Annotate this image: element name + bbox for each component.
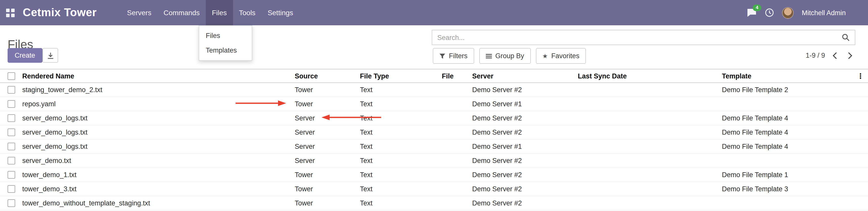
nav-item-settings[interactable]: Settings bbox=[261, 0, 299, 25]
cell-source[interactable]: Tower bbox=[295, 196, 360, 210]
optional-columns-toggle[interactable]: ⋮ bbox=[857, 69, 868, 83]
cell-rendered-name[interactable]: tower_demo_1.txt bbox=[22, 168, 295, 182]
row-checkbox[interactable] bbox=[8, 171, 15, 179]
pager-next-button[interactable] bbox=[844, 50, 855, 61]
row-checkbox[interactable] bbox=[8, 115, 15, 122]
cell-template[interactable]: Demo File Template 1 bbox=[722, 168, 857, 182]
cell-server[interactable]: Demo Server #2 bbox=[472, 168, 578, 182]
nav-item-tools[interactable]: Tools bbox=[233, 0, 261, 25]
apps-grid-icon[interactable] bbox=[6, 8, 15, 17]
cell-server[interactable]: Demo Server #2 bbox=[472, 83, 578, 97]
cell-rendered-name[interactable]: tower_demo_3.txt bbox=[22, 182, 295, 196]
col-header-server[interactable]: Server bbox=[472, 69, 578, 83]
select-all-header[interactable] bbox=[0, 69, 22, 83]
cell-last-sync-date[interactable] bbox=[578, 196, 722, 210]
cell-server[interactable]: Demo Server #2 bbox=[472, 111, 578, 125]
cell-server[interactable]: Demo Server #2 bbox=[472, 125, 578, 140]
pager-previous-button[interactable] bbox=[829, 50, 840, 61]
cell-template[interactable] bbox=[722, 154, 857, 168]
pager-value[interactable]: 1-9 / 9 bbox=[806, 52, 825, 59]
cell-file-type[interactable]: Text bbox=[360, 182, 442, 196]
cell-server[interactable]: Demo Server #2 bbox=[472, 196, 578, 210]
col-header-last-sync-date[interactable]: Last Sync Date bbox=[578, 69, 722, 83]
cell-server[interactable]: Demo Server #2 bbox=[472, 182, 578, 196]
col-header-template[interactable]: Template bbox=[722, 69, 857, 83]
cell-file-type[interactable]: Text bbox=[360, 140, 442, 154]
activity-clock-icon[interactable] bbox=[765, 8, 774, 17]
cell-template[interactable] bbox=[722, 196, 857, 210]
cell-source[interactable]: Tower bbox=[295, 83, 360, 97]
cell-rendered-name[interactable]: repos.yaml bbox=[22, 97, 295, 111]
dropdown-item-templates[interactable]: Templates bbox=[199, 43, 252, 58]
cell-template[interactable]: Demo File Template 4 bbox=[722, 111, 857, 125]
row-checkbox[interactable] bbox=[8, 86, 15, 94]
col-header-file-type[interactable]: File Type bbox=[360, 69, 442, 83]
row-checkbox[interactable] bbox=[8, 143, 15, 151]
cell-template[interactable]: Demo File Template 2 bbox=[722, 83, 857, 97]
cell-source[interactable]: Server bbox=[295, 154, 360, 168]
cell-file-type[interactable]: Text bbox=[360, 196, 442, 210]
cell-source[interactable]: Server bbox=[295, 125, 360, 140]
cell-rendered-name[interactable]: server_demo_logs.txt bbox=[22, 111, 295, 125]
cell-file-type[interactable]: Text bbox=[360, 154, 442, 168]
cell-source[interactable]: Tower bbox=[295, 182, 360, 196]
cell-server[interactable]: Demo Server #2 bbox=[472, 154, 578, 168]
table-row[interactable]: server_demo_logs.txt Server Text Demo Se… bbox=[0, 140, 868, 154]
nav-item-files[interactable]: Files bbox=[206, 0, 233, 25]
cell-file[interactable] bbox=[442, 140, 472, 154]
cell-file[interactable] bbox=[442, 154, 472, 168]
cell-last-sync-date[interactable] bbox=[578, 97, 722, 111]
row-checkbox[interactable] bbox=[8, 185, 15, 193]
cell-file-type[interactable]: Text bbox=[360, 97, 442, 111]
cell-template[interactable]: Demo File Template 3 bbox=[722, 182, 857, 196]
cell-file-type[interactable]: Text bbox=[360, 83, 442, 97]
brand-title[interactable]: Cetmix Tower bbox=[23, 6, 97, 19]
cell-file[interactable] bbox=[442, 168, 472, 182]
cell-rendered-name[interactable]: server_demo_logs.txt bbox=[22, 125, 295, 140]
row-checkbox[interactable] bbox=[8, 100, 15, 108]
cell-last-sync-date[interactable] bbox=[578, 83, 722, 97]
table-row[interactable]: staging_tower_demo_2.txt Tower Text Demo… bbox=[0, 83, 868, 97]
table-row[interactable]: server_demo_logs.txt Server Text Demo Se… bbox=[0, 125, 868, 140]
user-menu[interactable]: Mitchell Admin bbox=[802, 9, 846, 17]
cell-template[interactable] bbox=[722, 97, 857, 111]
cell-file-type[interactable]: Text bbox=[360, 168, 442, 182]
cell-source[interactable]: Tower bbox=[295, 168, 360, 182]
cell-template[interactable]: Demo File Template 4 bbox=[722, 125, 857, 140]
cell-server[interactable]: Demo Server #1 bbox=[472, 97, 578, 111]
user-avatar[interactable] bbox=[782, 7, 794, 19]
col-header-rendered-name[interactable]: Rendered Name bbox=[22, 69, 295, 83]
favorites-button[interactable]: ★ Favorites bbox=[536, 48, 586, 64]
cell-file[interactable] bbox=[442, 83, 472, 97]
create-button[interactable]: Create bbox=[8, 48, 42, 63]
search-input[interactable] bbox=[432, 34, 842, 41]
col-header-file[interactable]: File bbox=[442, 69, 472, 83]
cell-rendered-name[interactable]: server_demo_logs.txt bbox=[22, 140, 295, 154]
cell-last-sync-date[interactable] bbox=[578, 111, 722, 125]
cell-file[interactable] bbox=[442, 111, 472, 125]
cell-template[interactable]: Demo File Template 4 bbox=[722, 140, 857, 154]
table-row[interactable]: tower_demo_3.txt Tower Text Demo Server … bbox=[0, 182, 868, 196]
select-all-checkbox[interactable] bbox=[8, 72, 15, 80]
row-checkbox[interactable] bbox=[8, 129, 15, 137]
cell-last-sync-date[interactable] bbox=[578, 140, 722, 154]
cell-last-sync-date[interactable] bbox=[578, 125, 722, 140]
table-row[interactable]: tower_demo_1.txt Tower Text Demo Server … bbox=[0, 168, 868, 182]
cell-file[interactable] bbox=[442, 182, 472, 196]
cell-source[interactable]: Tower bbox=[295, 97, 360, 111]
cell-file-type[interactable]: Text bbox=[360, 111, 442, 125]
dropdown-item-files[interactable]: Files bbox=[199, 28, 252, 43]
cell-last-sync-date[interactable] bbox=[578, 182, 722, 196]
cell-file[interactable] bbox=[442, 125, 472, 140]
cell-rendered-name[interactable]: staging_tower_demo_2.txt bbox=[22, 83, 295, 97]
table-row[interactable]: tower_demo_without_template_staging.txt … bbox=[0, 196, 868, 210]
col-header-source[interactable]: Source bbox=[295, 69, 360, 83]
row-checkbox[interactable] bbox=[8, 157, 15, 165]
cell-file[interactable] bbox=[442, 196, 472, 210]
messages-icon[interactable]: 4 bbox=[747, 8, 757, 17]
group-by-button[interactable]: Group By bbox=[479, 48, 531, 64]
table-row[interactable]: server_demo.txt Server Text Demo Server … bbox=[0, 154, 868, 168]
filters-button[interactable]: Filters bbox=[433, 48, 474, 64]
row-checkbox[interactable] bbox=[8, 200, 15, 207]
cell-source[interactable]: Server bbox=[295, 111, 360, 125]
